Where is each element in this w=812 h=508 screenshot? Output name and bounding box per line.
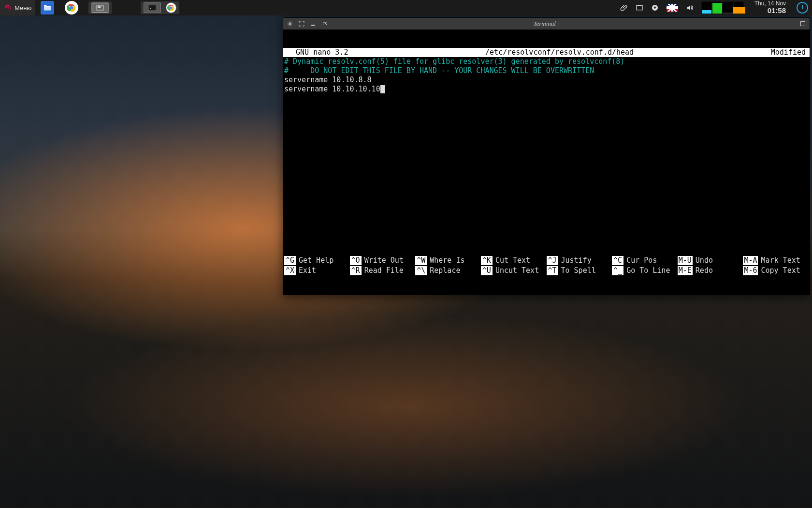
nano-shortcut: ^RRead File (350, 266, 416, 275)
nano-shortcut: M-UUndo (678, 256, 743, 265)
tray-attachment[interactable] (616, 0, 632, 15)
top-panel: Меню (0, 0, 812, 15)
window-maximize-button[interactable] (798, 19, 808, 29)
editor-line: # DO NOT EDIT THIS FILE BY HAND -- YOUR … (284, 66, 809, 75)
svg-rect-12 (323, 22, 327, 23)
nano-shortcut: ^OWrite Out (350, 256, 416, 265)
shortcut-key: ^O (350, 256, 362, 265)
tray-updates[interactable] (647, 0, 663, 15)
shortcut-label: Go To Line (626, 266, 670, 275)
editor-line: servername 10.10.10.10 (284, 85, 809, 94)
shortcut-key: ^K (481, 256, 493, 265)
nano-shortcut: ^KCut Text (481, 256, 547, 265)
nano-shortcuts-row1: ^GGet Help^OWrite Out^WWhere Is^KCut Tex… (283, 256, 810, 266)
text-cursor (380, 85, 385, 93)
shortcut-key: ^T (547, 266, 558, 275)
terminal-viewport[interactable]: GNU nano 3.2 /etc/resolvconf/resolv.conf… (283, 30, 810, 295)
nano-shortcut: M-6Copy Text (743, 266, 809, 275)
shortcut-key: ^C (612, 256, 624, 265)
taskbar-group-2 (141, 1, 179, 14)
window-shade-button[interactable] (320, 19, 330, 29)
menu-label: Меню (14, 4, 31, 12)
nano-shortcut: ^CCur Pos (612, 256, 678, 265)
system-monitor-graph (701, 1, 744, 14)
shortcut-label: Read File (364, 266, 404, 275)
fullscreen-icon (299, 21, 304, 27)
shortcut-label: Undo (696, 256, 713, 265)
shortcut-key: ^U (481, 266, 493, 275)
tray-volume[interactable] (682, 0, 697, 15)
shortcut-key: ^\ (415, 266, 427, 275)
shortcut-key: ^G (284, 256, 296, 265)
svg-rect-8 (637, 5, 642, 10)
power-icon (797, 2, 808, 14)
nano-header: GNU nano 3.2 /etc/resolvconf/resolv.conf… (283, 48, 810, 57)
nano-shortcut: ^XExit (284, 266, 350, 275)
nano-shortcut: ^TTo Spell (547, 266, 612, 275)
tray-clock[interactable]: Thu, 14 Nov 01:58 (748, 0, 793, 15)
shortcut-key: ^W (415, 256, 427, 265)
shortcut-label: Cut Text (495, 256, 530, 265)
shortcut-label: Replace (430, 266, 460, 275)
shortcut-label: Get Help (299, 256, 334, 265)
tray-workspace[interactable] (632, 0, 647, 15)
debian-logo-icon (4, 4, 12, 12)
taskbar-window-desktop[interactable] (91, 2, 109, 13)
maximize-icon (800, 21, 806, 27)
speaker-icon (686, 4, 694, 12)
window-fullscreen-button[interactable] (297, 19, 306, 29)
nano-status: Modified (767, 48, 810, 57)
download-circle-icon (651, 4, 659, 12)
paperclip-icon (620, 4, 628, 12)
shortcut-label: Exit (299, 266, 316, 275)
shortcut-key: ^J (547, 256, 558, 265)
shortcut-label: Justify (561, 256, 592, 265)
uk-flag-icon (667, 4, 678, 12)
taskbar-group-1 (88, 1, 112, 14)
workspace-icon (636, 4, 643, 12)
nano-shortcut: M-ERedo (678, 266, 743, 275)
chrome-icon (66, 2, 77, 13)
files-icon (43, 3, 52, 12)
tray-keyboard-layout[interactable] (663, 0, 682, 15)
nano-shortcut: ^GGet Help (284, 256, 350, 265)
shortcut-key: ^_ (612, 266, 624, 275)
shortcut-key: M-U (678, 256, 693, 265)
tray-session[interactable] (793, 0, 812, 15)
nano-shortcut: ^JJustify (547, 256, 612, 265)
shortcut-label: Uncut Text (495, 266, 539, 275)
chrome-icon (167, 3, 175, 12)
nano-shortcuts-row2: ^XExit^RRead File^\Replace^UUncut Text^T… (283, 266, 810, 276)
shortcut-label: Cur Pos (626, 256, 657, 265)
window-titlebar[interactable]: Terminal - (283, 18, 810, 30)
nano-editor-body[interactable]: # Dynamic resolv.conf(5) file for glibc … (283, 57, 810, 256)
window-close-button[interactable] (285, 19, 295, 29)
svg-rect-11 (311, 25, 315, 26)
svg-rect-13 (801, 22, 805, 26)
shortcut-label: Write Out (364, 256, 404, 265)
close-icon (287, 21, 293, 27)
shortcut-key: M-A (743, 256, 758, 265)
tray-system-monitor[interactable] (697, 0, 748, 15)
taskbar-window-terminal[interactable] (144, 2, 161, 13)
shortcut-label: Redo (696, 266, 713, 275)
applications-menu-button[interactable]: Меню (0, 0, 35, 15)
launcher-files[interactable] (35, 0, 59, 15)
launcher-chrome[interactable] (59, 0, 84, 15)
window-title: Terminal - (283, 20, 810, 28)
svg-rect-5 (148, 5, 156, 11)
terminal-window: Terminal - GNU nano 3.2 /etc/resolvconf/… (283, 17, 810, 295)
svg-point-7 (170, 6, 173, 9)
clock-time: 01:58 (754, 7, 786, 15)
editor-line: # Dynamic resolv.conf(5) file for glibc … (284, 57, 809, 66)
shortcut-label: Mark Text (761, 256, 800, 265)
window-minimize-button[interactable] (308, 19, 318, 29)
shortcut-key: ^X (284, 266, 296, 275)
minimize-icon (310, 21, 316, 27)
nano-shortcut: ^WWhere Is (415, 256, 481, 265)
shortcut-key: ^R (350, 266, 362, 275)
editor-line: servername 10.10.8.8 (284, 75, 809, 85)
shortcut-label: Where Is (430, 256, 464, 265)
taskbar-window-chrome[interactable] (166, 2, 176, 13)
nano-filename: /etc/resolvconf/resolv.conf.d/head (352, 48, 767, 57)
